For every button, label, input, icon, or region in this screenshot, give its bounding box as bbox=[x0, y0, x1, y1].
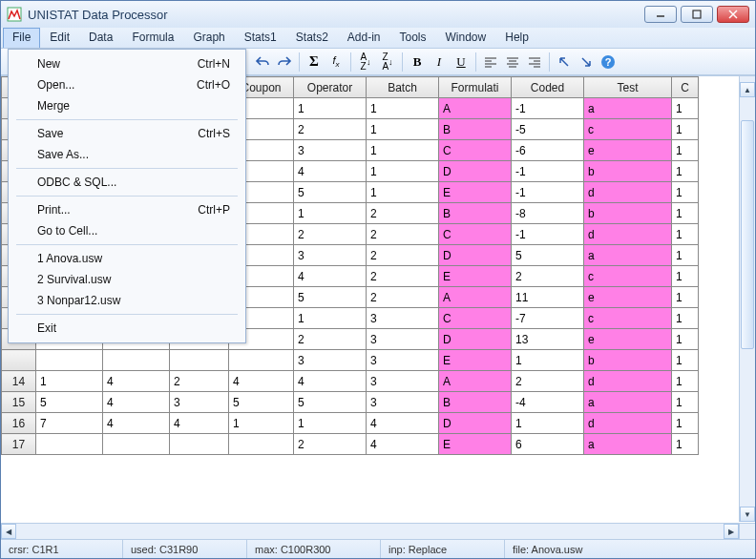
italic-button[interactable]: I bbox=[429, 52, 450, 72]
cell[interactable]: -1 bbox=[512, 98, 584, 119]
cell[interactable]: 1 bbox=[367, 119, 439, 140]
cell[interactable] bbox=[170, 434, 229, 455]
sum-button[interactable]: Σ bbox=[304, 52, 325, 72]
cell[interactable]: 4 bbox=[229, 371, 294, 392]
cell[interactable]: d bbox=[584, 224, 672, 245]
maximize-button[interactable] bbox=[681, 6, 713, 23]
cell[interactable]: 1 bbox=[512, 350, 584, 371]
cell[interactable]: 5 bbox=[294, 392, 367, 413]
menu-item-exit[interactable]: Exit bbox=[10, 318, 243, 339]
cell[interactable]: a bbox=[584, 245, 672, 266]
arrow-se-button[interactable] bbox=[576, 52, 597, 72]
cell[interactable]: D bbox=[439, 161, 512, 182]
cell[interactable]: 6 bbox=[512, 434, 584, 455]
cell[interactable]: 1 bbox=[367, 182, 439, 203]
cell[interactable]: b bbox=[584, 350, 672, 371]
cell[interactable]: 2 bbox=[367, 224, 439, 245]
cell[interactable]: 1 bbox=[672, 266, 699, 287]
cell[interactable] bbox=[229, 350, 294, 371]
cell[interactable]: 1 bbox=[36, 371, 103, 392]
cell[interactable]: 2 bbox=[367, 245, 439, 266]
cell[interactable]: 1 bbox=[672, 224, 699, 245]
cell[interactable]: e bbox=[584, 140, 672, 161]
cell[interactable]: 2 bbox=[367, 266, 439, 287]
menu-graph[interactable]: Graph bbox=[183, 28, 234, 48]
cell[interactable]: d bbox=[584, 182, 672, 203]
cell[interactable] bbox=[103, 350, 170, 371]
menu-stats1[interactable]: Stats1 bbox=[235, 28, 286, 48]
cell[interactable]: 4 bbox=[103, 392, 170, 413]
menu-item-1-anova-usw[interactable]: 1 Anova.usw bbox=[10, 248, 243, 269]
scroll-up-button[interactable]: ▲ bbox=[740, 82, 755, 97]
cell[interactable]: 2 bbox=[294, 119, 367, 140]
cell[interactable]: 2 bbox=[294, 434, 367, 455]
cell[interactable] bbox=[103, 434, 170, 455]
cell[interactable]: 4 bbox=[103, 371, 170, 392]
cell[interactable]: -1 bbox=[512, 161, 584, 182]
cell[interactable]: 4 bbox=[367, 413, 439, 434]
row-header[interactable] bbox=[2, 350, 36, 371]
cell[interactable]: 1 bbox=[294, 413, 367, 434]
menu-item-print[interactable]: Print...Ctrl+P bbox=[10, 199, 243, 220]
cell[interactable]: 4 bbox=[103, 413, 170, 434]
cell[interactable]: 1 bbox=[672, 287, 699, 308]
menu-formula[interactable]: Formula bbox=[122, 28, 183, 48]
cell[interactable]: b bbox=[584, 161, 672, 182]
vertical-scrollbar[interactable]: ▼ bbox=[739, 103, 755, 522]
cell[interactable]: 3 bbox=[294, 245, 367, 266]
cell[interactable]: 1 bbox=[294, 98, 367, 119]
cell[interactable]: 2 bbox=[170, 371, 229, 392]
menu-item-save[interactable]: SaveCtrl+S bbox=[10, 123, 243, 144]
cell[interactable]: -8 bbox=[512, 203, 584, 224]
cell[interactable]: -7 bbox=[512, 308, 584, 329]
cell[interactable]: 1 bbox=[672, 182, 699, 203]
cell[interactable]: E bbox=[439, 266, 512, 287]
cell[interactable] bbox=[170, 350, 229, 371]
menu-help[interactable]: Help bbox=[495, 28, 538, 48]
cell[interactable]: B bbox=[439, 392, 512, 413]
cell[interactable]: 1 bbox=[672, 434, 699, 455]
cell[interactable]: 1 bbox=[672, 140, 699, 161]
cell[interactable]: 1 bbox=[294, 308, 367, 329]
scroll-down-button[interactable]: ▼ bbox=[740, 507, 755, 522]
cell[interactable] bbox=[229, 434, 294, 455]
cell[interactable]: 2 bbox=[294, 224, 367, 245]
cell[interactable]: D bbox=[439, 413, 512, 434]
cell[interactable]: d bbox=[584, 371, 672, 392]
cell[interactable]: 1 bbox=[229, 413, 294, 434]
menu-stats2[interactable]: Stats2 bbox=[286, 28, 338, 48]
menu-tools[interactable]: Tools bbox=[390, 28, 436, 48]
cell[interactable]: D bbox=[439, 245, 512, 266]
row-header[interactable]: 15 bbox=[2, 392, 36, 413]
cell[interactable]: b bbox=[584, 203, 672, 224]
column-header[interactable]: Test bbox=[584, 77, 672, 98]
cell[interactable] bbox=[36, 434, 103, 455]
cell[interactable]: d bbox=[584, 413, 672, 434]
cell[interactable]: -4 bbox=[512, 392, 584, 413]
column-header[interactable]: C bbox=[672, 77, 699, 98]
cell[interactable]: 4 bbox=[294, 266, 367, 287]
cell[interactable]: 2 bbox=[512, 371, 584, 392]
menu-data[interactable]: Data bbox=[79, 28, 122, 48]
cell[interactable]: 7 bbox=[36, 413, 103, 434]
menu-window[interactable]: Window bbox=[436, 28, 496, 48]
sort-asc-button[interactable]: AZ↓ bbox=[355, 52, 376, 72]
column-header[interactable]: Operator bbox=[294, 77, 367, 98]
cell[interactable]: 2 bbox=[367, 287, 439, 308]
column-header[interactable]: Coded bbox=[512, 77, 584, 98]
cell[interactable]: a bbox=[584, 434, 672, 455]
cell[interactable]: 1 bbox=[672, 413, 699, 434]
menu-item-go-to-cell[interactable]: Go to Cell... bbox=[10, 220, 243, 241]
menu-item-odbc-sql[interactable]: ODBC & SQL... bbox=[10, 172, 243, 193]
cell[interactable]: 1 bbox=[367, 161, 439, 182]
cell[interactable]: C bbox=[439, 140, 512, 161]
underline-button[interactable]: U bbox=[451, 52, 472, 72]
menu-file[interactable]: File bbox=[3, 28, 40, 48]
column-header[interactable]: Batch bbox=[367, 77, 439, 98]
cell[interactable]: 3 bbox=[294, 350, 367, 371]
cell[interactable]: 2 bbox=[512, 266, 584, 287]
cell[interactable]: 5 bbox=[294, 182, 367, 203]
help-button[interactable]: ? bbox=[598, 52, 619, 72]
cell[interactable]: 3 bbox=[170, 392, 229, 413]
menu-item-new[interactable]: NewCtrl+N bbox=[10, 53, 243, 74]
